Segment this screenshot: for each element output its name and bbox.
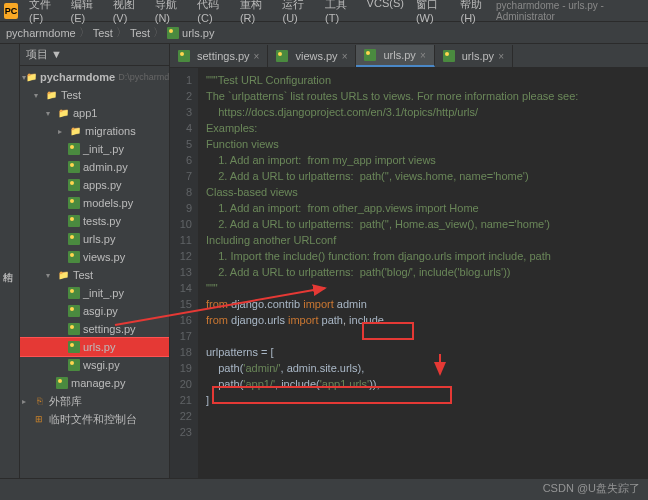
tab-urls2[interactable]: urls.py× — [435, 45, 513, 67]
close-icon[interactable]: × — [342, 51, 348, 62]
window-title: pycharmdome - urls.py - Administrator — [496, 0, 644, 22]
tree-manage[interactable]: manage.py — [20, 374, 169, 392]
python-file-icon — [167, 27, 179, 39]
menu-help[interactable]: 帮助(H) — [455, 0, 496, 26]
structure-tool-tab[interactable]: 结构 — [0, 44, 20, 478]
editor-tabs: settings.py× views.py× urls.py× urls.py× — [170, 44, 648, 68]
project-tree: ▾📁pycharmdome D:\pycharmdome ▾📁Test ▾📁ap… — [20, 66, 169, 430]
crumb-folder2[interactable]: Test — [130, 27, 150, 39]
tree-urls-selected[interactable]: urls.py — [20, 338, 169, 356]
menu-vcs[interactable]: VCS(S) — [362, 0, 409, 26]
tree-init2[interactable]: _init_.py — [20, 284, 169, 302]
tab-views[interactable]: views.py× — [268, 45, 356, 67]
close-icon[interactable]: × — [498, 51, 504, 62]
tree-asgi[interactable]: asgi.py — [20, 302, 169, 320]
close-icon[interactable]: × — [420, 50, 426, 61]
project-header[interactable]: 项目 ▼ — [20, 44, 169, 66]
menu-code[interactable]: 代码(C) — [192, 0, 233, 26]
close-icon[interactable]: × — [254, 51, 260, 62]
tree-models[interactable]: models.py — [20, 194, 169, 212]
tree-settings[interactable]: settings.py — [20, 320, 169, 338]
project-panel: 项目 ▼ ▾📁pycharmdome D:\pycharmdome ▾📁Test… — [20, 44, 170, 478]
code-content[interactable]: """Test URL Configuration The `urlpatter… — [198, 68, 648, 478]
tree-init[interactable]: _init_.py — [20, 140, 169, 158]
menubar: 文件(F) 编辑(E) 视图(V) 导航(N) 代码(C) 重构(R) 运行(U… — [24, 0, 496, 26]
tree-tests[interactable]: tests.py — [20, 212, 169, 230]
tree-root[interactable]: ▾📁pycharmdome D:\pycharmdome — [20, 68, 169, 86]
menu-file[interactable]: 文件(F) — [24, 0, 64, 26]
editor: settings.py× views.py× urls.py× urls.py×… — [170, 44, 648, 478]
tree-test2[interactable]: ▾📁Test — [20, 266, 169, 284]
watermark: CSDN @U盘失踪了 — [543, 481, 640, 496]
menu-edit[interactable]: 编辑(E) — [66, 0, 106, 26]
tree-migrations[interactable]: ▸📁migrations — [20, 122, 169, 140]
tree-app1[interactable]: ▾📁app1 — [20, 104, 169, 122]
tree-views[interactable]: views.py — [20, 248, 169, 266]
tree-scratch[interactable]: ⊞临时文件和控制台 — [20, 410, 169, 428]
menu-navigate[interactable]: 导航(N) — [150, 0, 191, 26]
crumb-file[interactable]: urls.py — [182, 27, 214, 39]
tree-external[interactable]: ▸⎘外部库 — [20, 392, 169, 410]
menu-view[interactable]: 视图(V) — [108, 0, 148, 26]
tab-urls-active[interactable]: urls.py× — [356, 45, 434, 67]
crumb-project[interactable]: pycharmdome — [6, 27, 76, 39]
app-logo-icon: PC — [4, 3, 18, 19]
tree-admin[interactable]: admin.py — [20, 158, 169, 176]
gutter: 1234567891011121314151617181920212223 — [170, 68, 198, 478]
tree-wsgi[interactable]: wsgi.py — [20, 356, 169, 374]
crumb-folder1[interactable]: Test — [93, 27, 113, 39]
tree-test[interactable]: ▾📁Test — [20, 86, 169, 104]
menu-window[interactable]: 窗口(W) — [411, 0, 454, 26]
menu-refactor[interactable]: 重构(R) — [235, 0, 276, 26]
tab-settings[interactable]: settings.py× — [170, 45, 268, 67]
tree-urls-app1[interactable]: urls.py — [20, 230, 169, 248]
menu-run[interactable]: 运行(U) — [277, 0, 318, 26]
code-area[interactable]: 1234567891011121314151617181920212223 ""… — [170, 68, 648, 478]
titlebar: PC 文件(F) 编辑(E) 视图(V) 导航(N) 代码(C) 重构(R) 运… — [0, 0, 648, 22]
menu-tools[interactable]: 工具(T) — [320, 0, 360, 26]
tree-apps[interactable]: apps.py — [20, 176, 169, 194]
